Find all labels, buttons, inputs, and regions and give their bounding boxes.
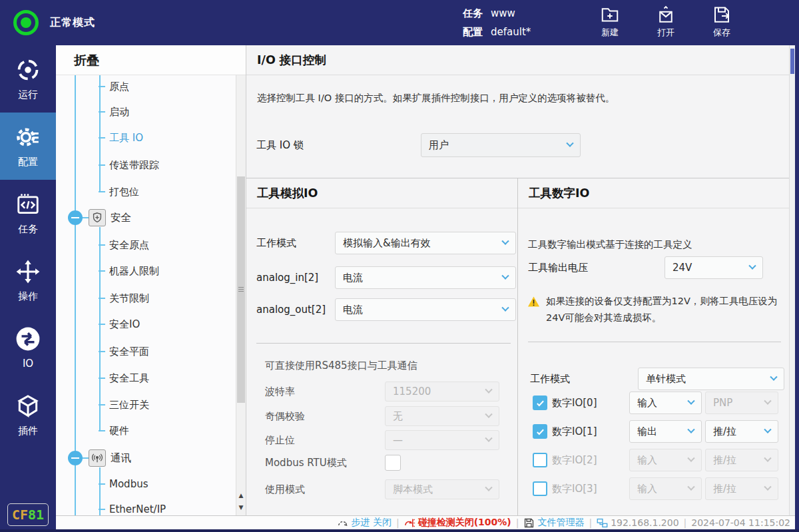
chevron-down-icon [687,398,694,405]
save-button[interactable]: 保存 [707,5,736,39]
tool-output-voltage-select[interactable]: 24V [665,256,763,279]
tree-item-startup[interactable]: 启动 [99,104,129,120]
tree-item-robot-limit[interactable]: 机器人限制 [99,263,159,279]
tree-item-tool-io[interactable]: 工具 IO [99,130,143,146]
tree-item-home[interactable]: 原点 [99,79,129,95]
mode-label: 正常模式 [50,16,95,30]
tree-item-conveyor[interactable]: 传送带跟踪 [99,157,159,173]
tree-item-safety-plane[interactable]: 安全平面 [99,344,149,360]
baud-rate-label: 波特率 [265,386,385,398]
open-button[interactable]: 打开 [651,5,680,39]
io-interface-control-section: I/O 接口控制 选择控制工具 I/O 接口的方式。如果扩展插件控制接口，用户定… [246,45,789,178]
tree-item-joint-limit[interactable]: 关节限制 [99,290,149,306]
step-arrow-icon [337,517,348,529]
digital-work-mode-select[interactable]: 单针模式 [638,368,784,390]
collapse-node-icon[interactable] [68,210,83,225]
check-icon [536,427,545,436]
tool-io-lock-select[interactable]: 用户 [421,133,581,157]
digital-io-2-direction-select: 输入 [629,449,702,471]
io-exchange-icon [15,326,41,352]
collapse-all-button[interactable]: 折叠 [56,45,246,75]
floppy-disk-icon [523,517,535,529]
warning-text: 如果连接的设备仅支持配置为12V，则将工具电压设为24V可能会对其造成损坏。 [546,293,780,326]
digital-io-1-mode-select[interactable]: 推/拉 [705,420,778,443]
tree-group-safety[interactable]: 安全 [68,208,131,227]
task-config-summary: 任务 www 配置 default* [463,0,531,45]
digital-io-3-checkbox[interactable] [533,481,547,496]
chevron-down-icon [764,398,771,405]
collision-detect-status[interactable]: 碰撞检测关闭(100%) [404,517,511,529]
digital-io-row-1: 数字IO[1] 输出 推/拉 [533,420,778,443]
usage-mode-label: 使用模式 [265,483,385,496]
stop-bit-select: — [385,430,499,450]
scroll-up-button[interactable]: ▲ [236,490,246,501]
window-border-bottom [0,529,799,532]
task-label: 任务 [463,7,483,20]
divider [256,343,511,344]
tree-item-safety-io[interactable]: 安全IO [99,316,140,332]
analog-work-mode-label: 工作模式 [256,237,335,250]
tree-item-hardware[interactable]: 硬件 [99,423,129,439]
digital-io-0-checkbox[interactable] [533,396,547,410]
tree-group-communication[interactable]: 通讯 [68,449,131,467]
config-tree-panel: 折叠 原点 启动 工具 IO 传送带跟踪 打包位 安全 安全原点 机器人限制 关… [56,45,246,515]
sidebar-item-plugin[interactable]: 插件 [0,382,56,449]
analog-in-select[interactable]: 电流 [335,266,516,289]
robot-mode-indicator: 正常模式 [13,0,95,45]
analog-out-select[interactable]: 电流 [335,298,516,321]
new-button[interactable]: 新建 [595,5,625,39]
tree-scrollbar-thumb[interactable] [237,176,245,403]
sidebar-item-task[interactable]: 任务 [0,180,56,247]
tree-item-three-position-switch[interactable]: 三位开关 [99,397,149,413]
chevron-down-icon [687,455,694,462]
sidebar-item-operate[interactable]: 操作 [0,247,56,314]
digital-io-0-direction-select[interactable]: 输入 [629,392,702,414]
digital-io-1-label: 数字IO[1] [552,425,629,438]
analog-work-mode-select[interactable]: 模拟输入&输出有效 [335,232,516,254]
digital-note: 工具数字输出模式基于连接的工具定义 [528,238,692,251]
sidebar-item-run[interactable]: 运行 [0,45,56,113]
chevron-down-icon [485,386,492,394]
tree-item-modbus[interactable]: Modbus [99,476,148,492]
config-label: 配置 [463,26,483,39]
chevron-down-icon [501,304,509,312]
tree-item-safety-home[interactable]: 安全原点 [99,237,149,253]
tree-item-pack-position[interactable]: 打包位 [99,184,139,200]
baud-rate-select: 115200 [385,382,499,401]
collapse-node-icon[interactable] [68,451,83,465]
digital-io-1-direction-select[interactable]: 输出 [629,420,702,443]
file-manager-button[interactable]: 文件管理器 [523,517,584,529]
main-scrollbar-thumb[interactable] [790,49,794,74]
stop-bit-label: 停止位 [265,434,385,447]
divider [528,342,781,342]
tree-item-ethernet-ip[interactable]: EtherNet/IP [99,501,166,515]
open-button-label: 打开 [657,27,674,39]
tree-item-safety-tool[interactable]: 安全工具 [99,370,149,386]
digital-io-3-mode-select: 推/拉 [705,477,778,500]
mode-status-icon [13,10,39,35]
sidebar-item-config[interactable]: 配置 [0,113,56,180]
tool-output-voltage-label: 工具输出电压 [528,262,665,274]
modbus-rtu-label: Modbus RTU模式 [265,457,385,469]
sidebar-item-io[interactable]: IO [0,314,56,382]
file-actions: 新建 打开 保存 [595,5,736,39]
digital-io-2-checkbox[interactable] [533,453,547,467]
scroll-down-button[interactable]: ▼ [236,502,246,513]
digital-io-3-direction-select: 输入 [629,477,702,500]
network-icon [597,517,608,529]
main-scrollbar[interactable] [789,45,795,515]
tree-scrollbar[interactable]: ▲ ▼ [236,75,246,515]
chevron-down-icon [764,426,771,433]
sidebar-item-label: 运行 [18,89,38,101]
main-sidebar: 运行 配置 任务 操作 IO 插件 [0,45,56,532]
step-mode-toggle[interactable]: 步进 关闭 [337,517,391,529]
task-value: www [491,7,515,19]
code-window-icon [15,192,41,217]
digital-io-1-checkbox[interactable] [533,424,547,439]
usage-mode-select: 脚本模式 [385,479,499,499]
sidebar-item-label: 任务 [18,223,38,236]
sidebar-item-label: 插件 [18,425,38,437]
analog-out-label: analog_out[2] [256,304,335,316]
chevron-down-icon [764,483,771,491]
folder-plus-icon [600,5,620,25]
